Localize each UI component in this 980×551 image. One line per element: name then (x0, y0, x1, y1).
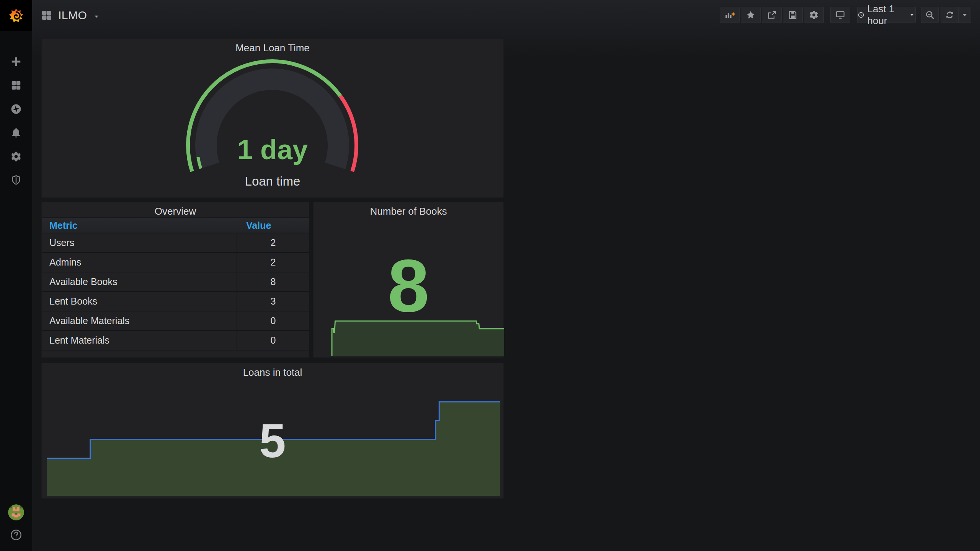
value-cell: 8 (237, 272, 309, 292)
configuration-icon[interactable] (10, 151, 22, 162)
table-row: Admins2 (42, 253, 309, 272)
table-header-row: Metric Value (42, 218, 309, 233)
gauge-value: 1 day (42, 136, 503, 163)
help-icon[interactable] (10, 529, 22, 541)
sidebar-bottom (0, 504, 32, 541)
alerting-icon[interactable] (10, 127, 22, 139)
grafana-flame-icon (7, 7, 25, 24)
metric-cell: Users (42, 233, 237, 253)
value-cell: 2 (237, 253, 309, 272)
metric-cell: Admins (42, 253, 237, 272)
dashboards-icon[interactable] (10, 80, 22, 91)
panel-title[interactable]: Overview (42, 205, 309, 217)
gauge-label: Loan time (42, 175, 503, 187)
table-row: Available Books8 (42, 272, 309, 292)
panel-number-of-books: Number of Books 8 (313, 202, 504, 358)
column-header-metric[interactable]: Metric (42, 218, 237, 233)
table-row: Users2 (42, 233, 309, 253)
panel-overview: Overview Metric Value Users2Admins2Avail… (41, 202, 309, 358)
server-admin-icon[interactable] (10, 174, 22, 186)
table-row: Available Materials0 (42, 311, 309, 331)
table-row: Lent Books3 (42, 292, 309, 311)
sidebar-menu (0, 31, 32, 186)
metric-cell: Available Books (42, 272, 237, 292)
explore-icon[interactable] (10, 103, 22, 115)
create-icon[interactable] (10, 56, 22, 67)
column-header-value[interactable]: Value (237, 218, 309, 233)
overview-table-body: Users2Admins2Available Books8Lent Books3… (42, 233, 309, 350)
metric-cell: Available Materials (42, 311, 237, 331)
overview-table: Metric Value Users2Admins2Available Book… (42, 217, 309, 350)
value-cell: 2 (237, 233, 309, 253)
panel-mean-loan-time: Mean Loan Time 1 day Loan time (41, 38, 504, 198)
books-stat-value: 8 (314, 248, 503, 323)
value-cell: 3 (237, 292, 309, 311)
dashboard-grid: Mean Loan Time 1 day Loan time Overview … (32, 0, 980, 551)
loans-stat-value: 5 (42, 417, 503, 465)
grafana-app: ILMO (0, 0, 980, 551)
panel-loans-in-total: Loans in total 5 (41, 363, 504, 499)
user-avatar[interactable] (8, 504, 24, 520)
value-cell: 0 (237, 311, 309, 331)
metric-cell: Lent Materials (42, 331, 237, 350)
sidebar (0, 0, 32, 551)
table-row: Lent Materials0 (42, 331, 309, 350)
value-cell: 0 (237, 331, 309, 350)
metric-cell: Lent Books (42, 292, 237, 311)
grafana-logo[interactable] (0, 0, 32, 31)
